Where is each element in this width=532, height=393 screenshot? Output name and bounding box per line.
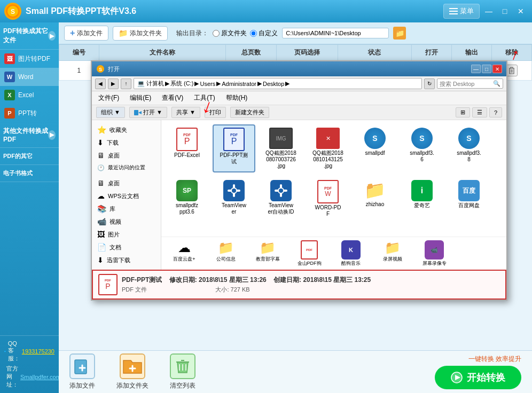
nav-up[interactable]: ↑ <box>121 78 131 89</box>
nav-back[interactable]: ◀ <box>95 78 106 89</box>
file-item[interactable]: ✕ QQ截图20180810143125.jpg <box>307 124 349 172</box>
sidebar-section-ebook[interactable]: 电子书格式 <box>0 165 59 182</box>
new-folder-button[interactable]: 新建文件夹 <box>230 107 269 118</box>
dialog-status-icon: PDF P <box>98 274 118 295</box>
iqiyi-icon: i <box>411 180 433 201</box>
menu-help[interactable]: 帮助(H) <box>224 92 250 104</box>
file-item[interactable]: 📹 屏幕录像专 <box>416 237 453 270</box>
img-icon2: ✕ <box>316 128 340 149</box>
sidebar-library[interactable]: 📚 库 <box>92 202 161 215</box>
browse-folder-button[interactable]: 📁 <box>393 27 406 40</box>
file-item[interactable]: 百度 百度网盘 <box>448 177 490 221</box>
bottom-clear[interactable]: 清空列表 <box>170 353 195 390</box>
add-folder-button[interactable]: 📁 添加文件夹 <box>113 26 168 41</box>
menu-file[interactable]: 文件(F) <box>96 92 121 104</box>
col-open: 打开 <box>412 45 452 61</box>
dialog-minimize[interactable]: — <box>471 65 481 73</box>
bottom-add-folder[interactable]: 添加文件夹 <box>116 353 148 390</box>
sidebar-section-to-pdf[interactable]: 其他文件转换成PDF ▶ <box>0 122 59 148</box>
dialog-restore[interactable]: □ <box>482 65 491 73</box>
sidebar-doc[interactable]: 📄 文档 <box>92 241 161 254</box>
svg-marker-17 <box>138 111 142 114</box>
dialog-close[interactable]: ✕ <box>492 65 502 73</box>
dialog-status-name: PDF-PPT测试 修改日期: 2018\8\15 星期三 13:26 创建日期… <box>122 276 500 285</box>
menu-tools[interactable]: 工具(T) <box>192 92 217 104</box>
add-file-button[interactable]: + 添加文件 <box>64 26 108 41</box>
search-input[interactable] <box>440 81 493 87</box>
sidebar-section-pdf-other[interactable]: PDF的其它 <box>0 148 59 165</box>
bottom-add-folder-label: 添加文件夹 <box>116 381 148 390</box>
file-item[interactable]: 📁 录屏视频 <box>374 237 411 270</box>
search-box: 🔍 <box>437 78 503 89</box>
sidebar-desktop2[interactable]: 🖥 桌面 <box>92 177 161 190</box>
file-item[interactable]: S smallpdf <box>354 124 396 172</box>
file-item[interactable]: K 酷狗音乐 <box>332 237 370 270</box>
output-path-input[interactable] <box>282 28 389 38</box>
sidebar-item-ppt[interactable]: P PPT转 <box>0 104 59 122</box>
radio-original[interactable]: 原文件夹 <box>213 29 247 38</box>
menu-button[interactable]: 菜单 <box>443 4 480 19</box>
nav-refresh[interactable]: ↻ <box>424 78 435 89</box>
sidebar-image[interactable]: 🖼 图片 <box>92 228 161 241</box>
view-grid[interactable]: ⊞ <box>456 107 470 117</box>
sidebar-desktop[interactable]: 🖥 桌面 <box>92 149 161 162</box>
website-link[interactable]: Smallpdfer.com <box>20 374 61 380</box>
start-convert-button[interactable]: 开始转换 <box>435 366 521 389</box>
dialog-sidebar: ⭐ 收藏夹 ⬇ 下载 🖥 桌面 🕐 最近访问的位置 <box>92 120 161 270</box>
organize-button[interactable]: 组织 ▼ <box>96 107 125 118</box>
view-help[interactable]: ? <box>489 107 502 117</box>
restore-button[interactable]: □ <box>498 5 512 17</box>
file-item[interactable]: S smallpdf3.6 <box>401 124 443 172</box>
file-item[interactable]: PDF 金山PDF狗 <box>291 237 328 270</box>
svg-point-21 <box>231 188 237 193</box>
col-remove: 移除 <box>492 45 532 61</box>
title-bar: S Small PDF转换PPT软件V3.6 菜单 — □ ✕ <box>0 0 532 22</box>
file-item[interactable]: IMG QQ截图20180807003726.jpg <box>260 124 302 172</box>
sidebar-section-pdf-convert[interactable]: PDF转换成其它文件 ▶ <box>0 22 59 50</box>
file-item[interactable]: i 爱奇艺 <box>401 177 443 221</box>
svg-rect-24 <box>75 360 87 374</box>
word-icon: W <box>4 72 15 82</box>
app-icon: S <box>411 128 433 149</box>
menu-edit[interactable]: 编辑(E) <box>128 92 153 104</box>
remove-icon[interactable] <box>506 65 518 76</box>
minimize-button[interactable]: — <box>482 5 496 17</box>
file-item[interactable]: 📁 zhizhao <box>354 177 396 221</box>
search-icon: 🔍 <box>493 80 500 87</box>
sidebar-thunder[interactable]: ⬇ 迅雷下载 <box>92 254 161 266</box>
recorder-icon: 📹 <box>425 240 444 260</box>
svg-text:S: S <box>99 67 102 72</box>
nav-forward[interactable]: ▶ <box>108 78 119 89</box>
bottom-add-file[interactable]: 添加文件 <box>69 353 95 390</box>
file-item[interactable]: PDF W WORD-PDF <box>307 177 349 221</box>
share-button[interactable]: 共享 ▼ <box>171 107 200 118</box>
app-icon: S <box>458 128 480 149</box>
open-button[interactable]: 打开 ▼ <box>129 107 167 118</box>
menu-view[interactable]: 查看(V) <box>160 92 185 104</box>
file-item[interactable]: ☁ 百度云盘+ <box>166 237 203 270</box>
qq-number[interactable]: 1933175230 <box>22 348 54 355</box>
close-button[interactable]: ✕ <box>514 5 528 17</box>
sidebar-wps-cloud[interactable]: ☁ WPS云文档 <box>92 190 161 202</box>
file-item[interactable]: 📁 教育部字幕 <box>249 237 286 270</box>
file-item[interactable]: SP smallpdfzppt3.6 <box>166 177 208 221</box>
sidebar-video[interactable]: 📹 视频 <box>92 215 161 228</box>
sidebar-favorites[interactable]: ⭐ 收藏夹 <box>92 123 161 136</box>
file-item[interactable]: S smallpdf3.8 <box>448 124 490 172</box>
sidebar-downloads[interactable]: ⬇ 下载 <box>92 136 161 149</box>
sidebar-bottom: Q QQ 客服： 1933175230 e 官方网址： Smallpdfer.c… <box>0 335 59 393</box>
file-item[interactable]: TeamViewer自动换ID <box>260 177 302 221</box>
file-item[interactable]: TeamViewer <box>213 177 255 221</box>
view-list[interactable]: ☰ <box>472 107 487 117</box>
sidebar-item-excel[interactable]: X Excel <box>0 86 59 104</box>
file-item-selected[interactable]: PDF P PDF-PPT测试 <box>213 124 255 172</box>
sidebar-recent[interactable]: 🕐 最近访问的位置 <box>92 162 161 174</box>
app-title: Small PDF转换PPT软件V3.6 <box>26 6 443 17</box>
file-item[interactable]: 📁 公司信息 <box>207 237 245 270</box>
file-item[interactable]: PDF P PDF-Excel <box>166 124 208 172</box>
sidebar-item-image-to-pdf[interactable]: 🖼 图片转PDF <box>0 50 59 68</box>
bottom-add-file-icon <box>69 353 95 379</box>
radio-custom[interactable]: 自定义 <box>250 29 278 38</box>
sidebar-item-word[interactable]: W Word <box>0 68 59 86</box>
print-button[interactable]: 打印 <box>205 107 226 118</box>
